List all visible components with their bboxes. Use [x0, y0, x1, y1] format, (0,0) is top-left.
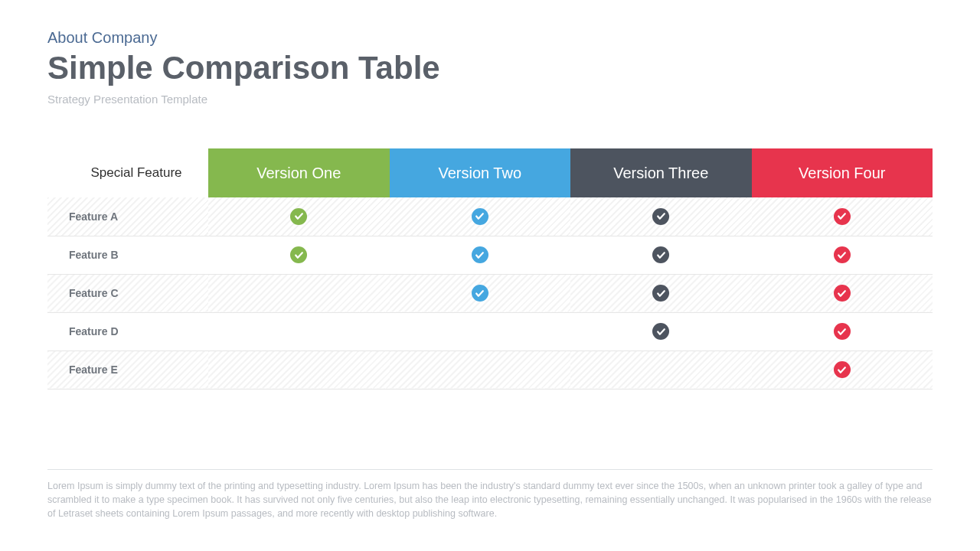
table-header-row: Special Feature Version One Version Two … — [47, 148, 933, 197]
feature-cell — [752, 274, 933, 312]
feature-cell — [208, 197, 390, 236]
check-icon — [472, 208, 488, 225]
slide-title: Simple Comparison Table — [47, 51, 933, 85]
feature-label: Feature D — [47, 312, 208, 350]
column-header: Version Four — [752, 148, 933, 197]
feature-cell — [570, 274, 752, 312]
feature-cell — [390, 312, 571, 350]
table-row: Feature B — [47, 236, 933, 274]
footer-text: Lorem Ipsum is simply dummy text of the … — [47, 479, 933, 520]
feature-cell — [208, 236, 390, 274]
slide-footer: Lorem Ipsum is simply dummy text of the … — [47, 469, 933, 520]
check-icon — [652, 208, 669, 225]
feature-cell — [208, 274, 390, 312]
feature-cell — [390, 350, 571, 389]
check-icon — [290, 246, 307, 263]
comparison-table-wrap: Special Feature Version One Version Two … — [47, 148, 933, 390]
feature-cell — [752, 197, 933, 236]
feature-cell — [570, 197, 752, 236]
check-icon — [652, 323, 669, 340]
feature-label: Feature C — [47, 274, 208, 312]
feature-cell — [390, 197, 571, 236]
check-icon — [834, 246, 851, 263]
footer-divider — [47, 469, 933, 470]
table-row: Feature A — [47, 197, 933, 236]
check-icon — [652, 246, 669, 263]
table-row: Feature C — [47, 274, 933, 312]
check-icon — [652, 285, 669, 302]
feature-cell — [570, 236, 752, 274]
check-icon — [834, 285, 851, 302]
table-body: Feature AFeature BFeature CFeature DFeat… — [47, 197, 933, 389]
feature-label: Feature A — [47, 197, 208, 236]
feature-label: Feature B — [47, 236, 208, 274]
table-row: Feature D — [47, 312, 933, 350]
check-icon — [834, 361, 851, 378]
check-icon — [290, 208, 307, 225]
column-header: Version One — [208, 148, 390, 197]
check-icon — [834, 323, 851, 340]
feature-label: Feature E — [47, 350, 208, 389]
feature-cell — [752, 236, 933, 274]
slide: About Company Simple Comparison Table St… — [0, 0, 980, 551]
check-icon — [834, 208, 851, 225]
comparison-table: Special Feature Version One Version Two … — [47, 148, 933, 390]
column-header: Version Three — [570, 148, 752, 197]
feature-cell — [208, 350, 390, 389]
feature-cell — [752, 312, 933, 350]
feature-cell — [570, 350, 752, 389]
eyebrow-text: About Company — [47, 29, 933, 47]
table-row: Feature E — [47, 350, 933, 389]
feature-cell — [570, 312, 752, 350]
check-icon — [472, 246, 488, 263]
check-icon — [472, 285, 488, 302]
feature-cell — [752, 350, 933, 389]
table-corner-label: Special Feature — [47, 148, 208, 197]
feature-cell — [390, 236, 571, 274]
feature-cell — [390, 274, 571, 312]
slide-subtitle: Strategy Presentation Template — [47, 93, 933, 106]
feature-cell — [208, 312, 390, 350]
column-header: Version Two — [390, 148, 571, 197]
